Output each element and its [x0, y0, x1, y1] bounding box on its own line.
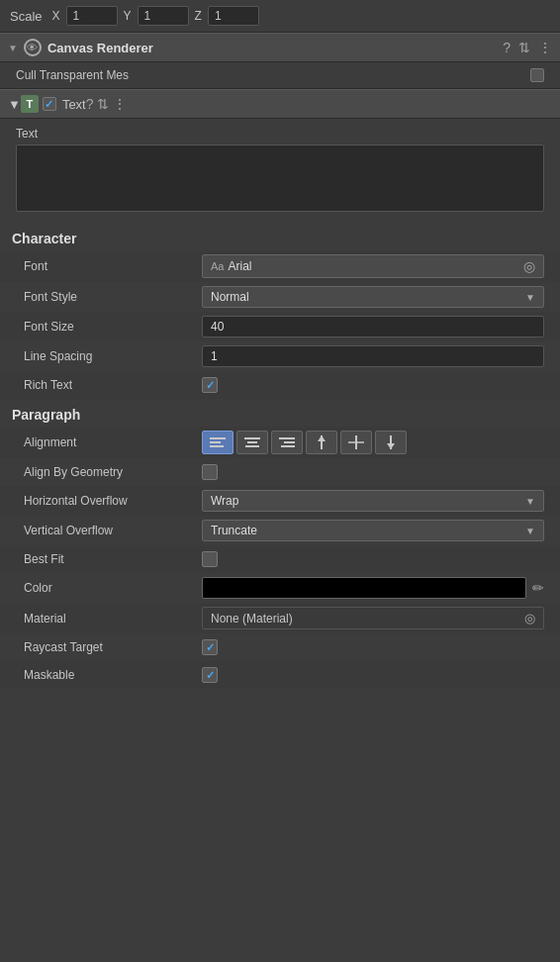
canvas-renderer-header[interactable]: ▼ 👁 Canvas Renderer ? ⇅ ⋮ — [0, 33, 560, 62]
horizontal-overflow-value: Wrap ▼ — [202, 490, 544, 512]
horizontal-overflow-arrow: ▼ — [525, 496, 535, 507]
align-left-button[interactable] — [202, 431, 233, 454]
align-center-button[interactable] — [236, 431, 268, 454]
text-sliders-icon[interactable]: ⇅ — [97, 96, 109, 112]
alignment-buttons — [202, 431, 544, 454]
cull-transparent-label: Cull Transparent Mes — [16, 68, 530, 82]
canvas-renderer-icon: 👁 — [24, 39, 42, 56]
rich-text-checkbox[interactable]: ✓ — [202, 377, 218, 393]
raycast-target-label: Raycast Target — [24, 640, 202, 654]
scale-x-input[interactable] — [66, 6, 118, 26]
font-aa-label: Aa — [211, 260, 224, 272]
text-section-header-icons: ? ⇅ ⋮ — [86, 96, 127, 112]
font-row: Font Aa Arial ◎ — [0, 250, 560, 282]
cull-transparent-row: Cull Transparent Mes — [0, 62, 560, 88]
align-by-geometry-label: Align By Geometry — [24, 465, 202, 479]
font-label: Font — [24, 259, 202, 273]
horizontal-overflow-dropdown[interactable]: Wrap ▼ — [202, 490, 544, 512]
font-size-input[interactable] — [202, 316, 544, 337]
vertical-overflow-dropdown[interactable]: Truncate ▼ — [202, 520, 544, 541]
rich-text-row: Rich Text ✓ — [0, 371, 560, 399]
sliders-icon[interactable]: ⇅ — [518, 40, 530, 55]
text-help-icon[interactable]: ? — [86, 96, 94, 112]
font-style-dropdown[interactable]: Normal ▼ — [202, 286, 544, 308]
material-value: None (Material) ◎ — [202, 607, 544, 629]
text-more-icon[interactable]: ⋮ — [113, 96, 127, 112]
character-group-label: Character — [0, 223, 560, 250]
best-fit-row: Best Fit — [0, 545, 560, 573]
horizontal-overflow-label: Horizontal Overflow — [24, 494, 202, 508]
text-textarea[interactable] — [16, 144, 544, 212]
maskable-value: ✓ — [202, 667, 544, 683]
raycast-target-row: Raycast Target ✓ — [0, 633, 560, 661]
maskable-row: Maskable ✓ — [0, 661, 560, 689]
cull-transparent-checkbox[interactable] — [530, 68, 544, 82]
raycast-target-checkbox[interactable]: ✓ — [202, 639, 218, 655]
raycast-target-checkmark: ✓ — [206, 641, 215, 654]
canvas-renderer-title: Canvas Renderer — [47, 41, 503, 55]
line-spacing-input[interactable] — [202, 345, 544, 367]
alignment-label: Alignment — [24, 435, 202, 449]
material-display[interactable]: None (Material) ◎ — [202, 607, 544, 629]
alignment-row: Alignment — [0, 427, 560, 458]
line-spacing-value — [202, 345, 544, 367]
color-swatch-row: ✏ — [202, 577, 544, 599]
alignment-button-group — [202, 431, 544, 454]
font-name-label: Arial — [228, 259, 519, 273]
best-fit-checkbox[interactable] — [202, 551, 218, 567]
best-fit-value — [202, 551, 544, 567]
canvas-renderer-header-icons: ? ⇅ ⋮ — [503, 40, 552, 55]
line-spacing-label: Line Spacing — [24, 349, 202, 363]
vertical-overflow-arrow: ▼ — [525, 526, 535, 536]
scale-label: Scale — [10, 9, 43, 24]
color-swatch[interactable] — [202, 577, 526, 599]
maskable-checkbox[interactable]: ✓ — [202, 667, 218, 683]
font-selector[interactable]: Aa Arial ◎ — [202, 254, 544, 278]
font-style-value: Normal ▼ — [202, 286, 544, 308]
font-style-row: Font Style Normal ▼ — [0, 282, 560, 312]
color-row: Color ✏ — [0, 573, 560, 603]
best-fit-label: Best Fit — [24, 552, 202, 566]
text-enabled-checkbox[interactable]: ✓ — [43, 97, 56, 111]
material-name: None (Material) — [211, 612, 293, 625]
font-target-icon[interactable]: ◎ — [523, 258, 535, 274]
vertical-overflow-row: Vertical Overflow Truncate ▼ — [0, 516, 560, 545]
help-icon[interactable]: ? — [503, 40, 511, 55]
scale-y-input[interactable] — [138, 6, 189, 26]
text-section-header[interactable]: ▼ T ✓ Text ? ⇅ ⋮ — [0, 89, 560, 119]
rich-text-value: ✓ — [202, 377, 544, 393]
y-axis-label: Y — [124, 9, 132, 23]
rich-text-checkmark: ✓ — [206, 379, 215, 392]
eyedropper-icon[interactable]: ✏ — [532, 580, 544, 596]
text-content-area: Text — [0, 119, 560, 223]
canvas-renderer-chevron: ▼ — [8, 43, 18, 53]
font-size-row: Font Size — [0, 312, 560, 341]
align-bottom-button[interactable] — [375, 431, 407, 454]
line-spacing-row: Line Spacing — [0, 341, 560, 371]
more-icon[interactable]: ⋮ — [538, 40, 552, 55]
text-section-icon: T — [21, 95, 39, 113]
align-top-button[interactable] — [306, 431, 337, 454]
align-by-geometry-checkbox[interactable] — [202, 464, 218, 480]
font-size-value — [202, 316, 544, 337]
horizontal-overflow-selected: Wrap — [211, 494, 238, 508]
paragraph-group-label: Paragraph — [0, 399, 560, 427]
text-section-title: Text — [62, 97, 86, 112]
horizontal-overflow-row: Horizontal Overflow Wrap ▼ — [0, 486, 560, 516]
scale-z-input[interactable] — [208, 6, 259, 26]
text-enabled-checkmark: ✓ — [45, 98, 53, 111]
text-section-chevron: ▼ — [8, 97, 21, 112]
material-label: Material — [24, 612, 202, 625]
align-right-button[interactable] — [271, 431, 303, 454]
font-value: Aa Arial ◎ — [202, 254, 544, 278]
material-row: Material None (Material) ◎ — [0, 603, 560, 633]
font-style-arrow: ▼ — [525, 292, 535, 303]
material-target-icon[interactable]: ◎ — [524, 611, 535, 625]
align-middle-button[interactable] — [340, 431, 372, 454]
rich-text-label: Rich Text — [24, 378, 202, 392]
x-axis-label: X — [52, 9, 60, 23]
align-by-geometry-value — [202, 464, 544, 480]
vertical-overflow-value: Truncate ▼ — [202, 520, 544, 541]
maskable-label: Maskable — [24, 668, 202, 682]
z-axis-label: Z — [195, 9, 202, 23]
